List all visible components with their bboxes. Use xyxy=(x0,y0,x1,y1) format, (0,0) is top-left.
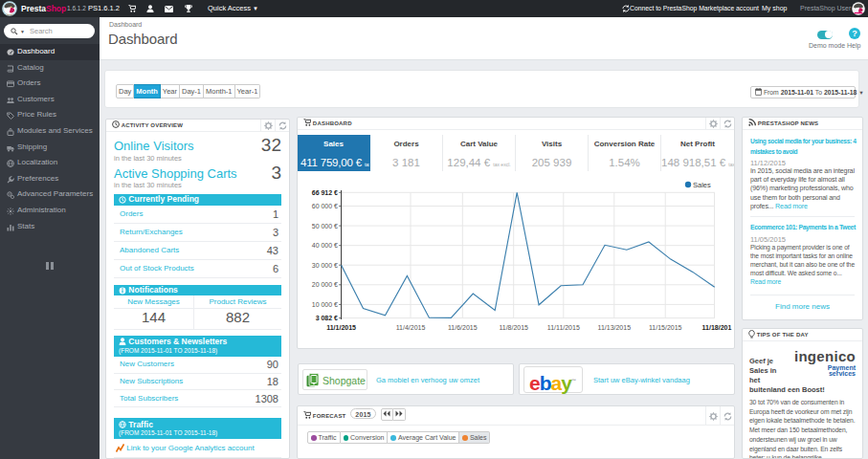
svg-text:11/11/2015: 11/11/2015 xyxy=(547,324,580,331)
svg-text:11/6/2015: 11/6/2015 xyxy=(448,324,478,331)
svg-text:11/8/2015: 11/8/2015 xyxy=(499,324,528,331)
svg-text:30 000 €: 30 000 € xyxy=(312,262,338,269)
svg-text:11/18/201: 11/18/201 xyxy=(702,324,732,331)
svg-text:66 912 €: 66 912 € xyxy=(312,189,338,196)
svg-text:11/1/2015: 11/1/2015 xyxy=(326,324,356,331)
svg-text:20 000 €: 20 000 € xyxy=(312,281,338,288)
svg-text:Sales: Sales xyxy=(693,181,711,189)
svg-text:11/15/2015: 11/15/2015 xyxy=(649,324,682,331)
svg-text:50 000 €: 50 000 € xyxy=(312,223,338,230)
svg-text:11/13/2015: 11/13/2015 xyxy=(598,324,632,331)
svg-text:3 082 €: 3 082 € xyxy=(316,315,338,321)
svg-text:60 000 €: 60 000 € xyxy=(312,203,338,209)
svg-text:11/4/2015: 11/4/2015 xyxy=(396,324,426,331)
svg-text:10 000 €: 10 000 € xyxy=(312,301,338,308)
svg-text:40 000 €: 40 000 € xyxy=(312,242,338,249)
